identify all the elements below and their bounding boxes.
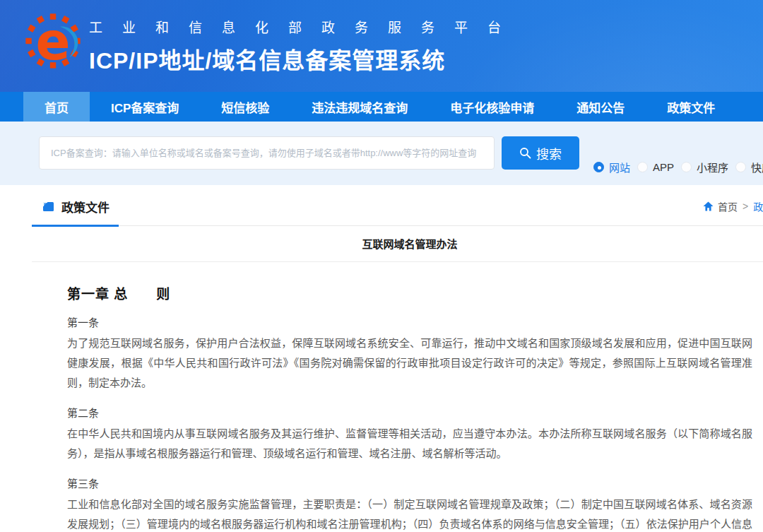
radio-label: 快应用 (751, 160, 763, 175)
search-type-radio[interactable]: APP (637, 161, 674, 173)
section-header: 政策文件 首页 > 政策文件 (32, 196, 763, 226)
breadcrumb-separator: > (743, 201, 748, 212)
radio-circle-icon (735, 162, 746, 172)
radio-circle-icon (637, 162, 648, 172)
radio-circle-icon (681, 162, 692, 172)
section-title: 政策文件 (61, 198, 110, 215)
search-type-radio[interactable]: 快应用 (735, 160, 763, 175)
nav-item-label: 电子化核验申请 (450, 98, 534, 116)
article: 第三条 工业和信息化部对全国的域名服务实施监督管理，主要职责是：（一）制定互联网… (67, 475, 752, 532)
search-type-radio[interactable]: 小程序 (681, 160, 728, 175)
articles-container: 第一条 为了规范互联网域名服务，保护用户合法权益，保障互联网域名系统安全、可靠运… (67, 314, 752, 532)
document-body: 第一章 总 则 第一条 为了规范互联网域名服务，保护用户合法权益，保障互联网域名… (67, 283, 752, 532)
article-body: 工业和信息化部对全国的域名服务实施监督管理，主要职责是：（一）制定互联网域名管理… (67, 495, 752, 532)
article-body: 在中华人民共和国境内从事互联网域名服务及其运行维护、监督管理等相关活动，应当遵守… (67, 424, 752, 463)
nav-item[interactable]: 违法违规域名查询 (290, 92, 429, 122)
document-title: 互联网域名管理办法 (0, 226, 763, 261)
main-nav: 首页 ICP备案查询 短信核验 违法违规域名查询 电子化核验申请 通知公告 政策… (0, 92, 763, 122)
radio-label: 小程序 (697, 160, 728, 175)
search-band: 搜索 网站 APP 小程序 快应用 (0, 122, 763, 185)
platform-name: 工业和信息化部政务服务平台 (89, 17, 763, 36)
search-row: 搜索 (39, 136, 579, 170)
nav-item[interactable]: 首页 (23, 92, 90, 122)
radio-circle-icon (593, 162, 604, 172)
search-type-radio[interactable]: 网站 (593, 160, 630, 175)
nav-item-label: 通知公告 (576, 98, 625, 116)
system-title: ICP/IP地址/域名信息备案管理系统 (89, 42, 763, 75)
nav-item[interactable]: 电子化核验申请 (429, 92, 555, 122)
search-type-radio-group: 网站 APP 小程序 快应用 (593, 160, 763, 175)
nav-item[interactable]: ICP备案查询 (90, 92, 200, 122)
content-area: 政策文件 首页 > 政策文件 互联网域名管理办法 第一章 总 则 第一条 为了规… (0, 185, 763, 532)
article-heading: 第二条 (67, 405, 752, 420)
home-icon (703, 201, 714, 211)
nav-item-label: 首页 (45, 98, 69, 116)
breadcrumb-current: 政策文件 (753, 199, 763, 213)
radio-label: 网站 (609, 160, 630, 175)
article-heading: 第三条 (67, 475, 752, 490)
nav-item[interactable]: 通知公告 (555, 92, 646, 122)
nav-item-label: 违法违规域名查询 (312, 98, 408, 116)
nav-item[interactable]: 政策文件 (646, 92, 736, 122)
article-body: 为了规范互联网域名服务，保护用户合法权益，保障互联网域名系统安全、可靠运行，推动… (67, 333, 752, 393)
search-icon (519, 147, 531, 159)
header-text-block: 工业和信息化部政务服务平台 ICP/IP地址/域名信息备案管理系统 (0, 0, 763, 75)
nav-item-label: ICP备案查询 (111, 98, 179, 116)
search-button-label: 搜索 (536, 144, 562, 162)
page: e 工业和信息化部政务服务平台 ICP/IP地址/域名信息备案管理系统 首页 I… (0, 0, 763, 532)
chapter-title: 第一章 总 则 (67, 283, 752, 302)
article: 第一条 为了规范互联网域名服务，保护用户合法权益，保障互联网域名系统安全、可靠运… (67, 314, 752, 393)
breadcrumb: 首页 > 政策文件 (703, 199, 763, 213)
nav-item-label: 短信核验 (221, 98, 269, 116)
search-button[interactable]: 搜索 (502, 136, 579, 170)
article-heading: 第一条 (67, 314, 752, 329)
article: 第二条 在中华人民共和国境内从事互联网域名服务及其运行维护、监督管理等相关活动，… (67, 405, 752, 463)
site-header: e 工业和信息化部政务服务平台 ICP/IP地址/域名信息备案管理系统 (0, 0, 763, 92)
nav-item[interactable]: 短信核验 (200, 92, 290, 122)
book-icon (42, 201, 55, 213)
document-divider (32, 261, 763, 262)
radio-label: APP (653, 161, 674, 173)
search-input[interactable] (39, 136, 495, 170)
breadcrumb-home-link[interactable]: 首页 (718, 199, 738, 213)
section-title-underline (32, 225, 119, 227)
nav-item-label: 政策文件 (667, 98, 715, 116)
